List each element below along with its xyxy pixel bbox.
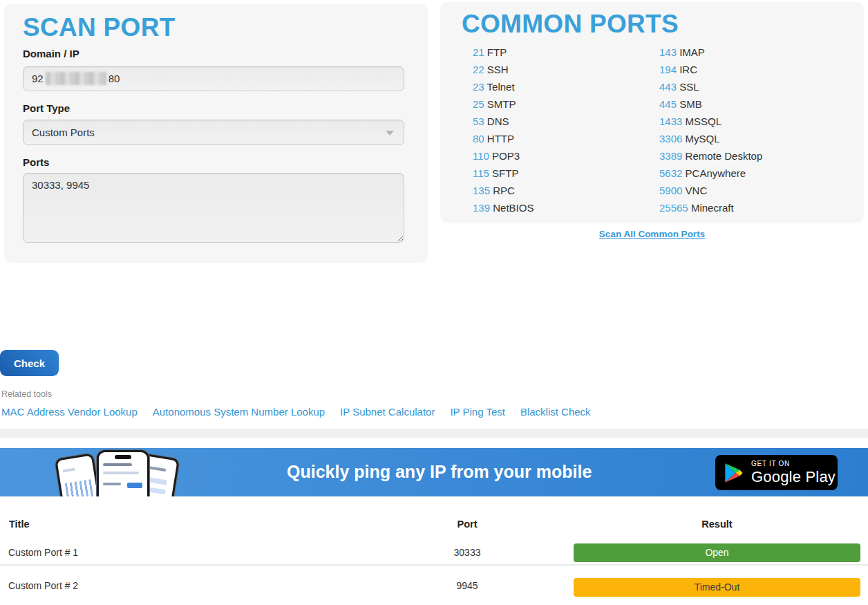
- phone-ui-button: [127, 483, 142, 488]
- port-number-link[interactable]: 115: [473, 167, 489, 179]
- related-link-ip-ping-test[interactable]: IP Ping Test: [450, 406, 505, 418]
- port-name: VNC: [686, 185, 708, 196]
- google-play-small-text: GET IT ON: [751, 460, 836, 468]
- common-port-item: 25 SMTP: [473, 95, 534, 113]
- port-name: MSSQL: [686, 115, 722, 127]
- port-type-select[interactable]: Custom Ports: [23, 120, 404, 145]
- port-number-link[interactable]: 5632: [659, 167, 682, 179]
- port-name: NetBIOS: [493, 202, 534, 214]
- google-play-large-text: Google Play: [751, 468, 836, 485]
- port-number-link[interactable]: 53: [473, 115, 484, 127]
- port-number-link[interactable]: 3306: [659, 133, 682, 145]
- phone-center: [97, 450, 149, 496]
- port-number-link[interactable]: 194: [659, 64, 677, 75]
- redacted-ip-blur: [46, 72, 106, 85]
- related-tools-nav: MAC Address Vendor Lookup Autonomous Sys…: [1, 406, 591, 418]
- related-tools-label: Related tools: [1, 389, 52, 399]
- mobile-app-banner: Quickly ping any IP from your mobile GET…: [0, 448, 868, 496]
- common-port-item: 139 NetBIOS: [473, 199, 534, 216]
- check-button[interactable]: Check: [0, 350, 59, 376]
- port-name: SMTP: [487, 98, 516, 110]
- google-play-icon: [724, 462, 744, 484]
- domain-ip-input[interactable]: 9280: [23, 66, 404, 91]
- chevron-down-icon: [386, 131, 394, 136]
- common-port-item: 3389 Remote Desktop: [659, 147, 762, 165]
- port-name: PCAnywhere: [686, 167, 746, 179]
- common-port-item: 445 SMB: [659, 95, 762, 113]
- port-number-link[interactable]: 5900: [659, 185, 682, 196]
- phone-ui-line: [103, 472, 139, 474]
- common-ports-title: COMMON PORTS: [462, 9, 679, 39]
- phone-ui-line: [103, 483, 121, 485]
- column-header-port: Port: [398, 519, 536, 530]
- common-port-item: 135 RPC: [473, 182, 534, 199]
- port-number-link[interactable]: 23: [473, 81, 484, 93]
- google-play-badge[interactable]: GET IT ON Google Play: [715, 455, 838, 490]
- port-number-link[interactable]: 110: [473, 150, 489, 162]
- result-row-title: Custom Port # 2: [8, 580, 78, 591]
- port-number-link[interactable]: 25: [473, 98, 484, 110]
- common-port-item: 110 POP3: [473, 147, 534, 165]
- common-ports-column-1: 21 FTP 22 SSH 23 Telnet 25 SMTP 53 DNS 8…: [473, 44, 534, 216]
- ports-label: Ports: [23, 156, 49, 168]
- result-row-title: Custom Port # 1: [8, 547, 78, 558]
- related-link-mac-address-vendor-lookup[interactable]: MAC Address Vendor Lookup: [1, 406, 138, 418]
- port-name: Telnet: [487, 81, 515, 93]
- scan-all-common-ports-link[interactable]: Scan All Common Ports: [440, 229, 864, 239]
- port-number-link[interactable]: 22: [473, 64, 484, 75]
- port-name: Remote Desktop: [686, 150, 763, 162]
- common-port-item: 80 HTTP: [473, 130, 534, 147]
- port-name: HTTP: [487, 133, 514, 145]
- phone-chart-bars: [65, 479, 95, 496]
- port-name: FTP: [487, 46, 507, 58]
- port-name: POP3: [492, 150, 520, 162]
- phone-ui-line: [63, 468, 75, 473]
- common-port-item: 5632 PCAnywhere: [659, 165, 762, 182]
- port-name: DNS: [487, 115, 509, 127]
- column-header-title: Title: [9, 519, 30, 530]
- row-divider: [0, 564, 868, 566]
- port-name: SFTP: [492, 167, 518, 179]
- port-number-link[interactable]: 25565: [659, 202, 688, 214]
- common-port-item: 23 Telnet: [473, 78, 534, 95]
- related-link-ip-subnet-calculator[interactable]: IP Subnet Calculator: [340, 406, 435, 418]
- banner-headline: Quickly ping any IP from your mobile: [287, 462, 592, 482]
- result-row-port: 30333: [398, 547, 536, 558]
- common-port-item: 143 IMAP: [659, 44, 762, 61]
- port-number-link[interactable]: 139: [473, 202, 490, 214]
- domain-ip-value-prefix: 92: [32, 73, 44, 84]
- google-play-badge-text: GET IT ON Google Play: [751, 460, 836, 485]
- port-number-link[interactable]: 21: [473, 46, 484, 58]
- port-name: SSL: [679, 81, 699, 93]
- common-port-item: 443 SSL: [659, 78, 762, 95]
- common-port-item: 1433 MSSQL: [659, 113, 762, 130]
- common-port-item: 53 DNS: [473, 113, 534, 130]
- scan-port-title: SCAN PORT: [23, 12, 176, 43]
- common-port-item: 25565 Minecraft: [659, 199, 762, 216]
- port-number-link[interactable]: 3389: [659, 150, 682, 162]
- port-number-link[interactable]: 80: [473, 133, 484, 145]
- related-link-blacklist-check[interactable]: Blacklist Check: [520, 406, 591, 418]
- domain-ip-label: Domain / IP: [23, 48, 79, 59]
- port-number-link[interactable]: 143: [659, 46, 677, 58]
- port-name: IMAP: [679, 46, 705, 58]
- port-number-link[interactable]: 135: [473, 185, 490, 196]
- port-number-link[interactable]: 445: [659, 98, 677, 110]
- status-badge-open: Open: [574, 543, 860, 562]
- phones-illustration: [59, 449, 176, 496]
- common-ports-column-2: 143 IMAP 194 IRC 443 SSL 445 SMB 1433 MS…: [659, 44, 762, 216]
- port-number-link[interactable]: 443: [659, 81, 677, 93]
- ports-textarea[interactable]: 30333, 9945: [23, 173, 404, 243]
- port-name: SSH: [487, 64, 509, 75]
- related-link-autonomous-system-number-lookup[interactable]: Autonomous System Number Lookup: [153, 406, 325, 418]
- port-number-link[interactable]: 1433: [659, 115, 682, 127]
- common-port-item: 3306 MySQL: [659, 130, 762, 147]
- domain-ip-value-suffix: 80: [108, 73, 120, 84]
- port-scanner-page: SCAN PORT Domain / IP 9280 Port Type Cus…: [0, 0, 868, 605]
- status-badge-timed-out: Timed-Out: [574, 578, 860, 597]
- port-name: Minecraft: [691, 202, 734, 214]
- phone-notch: [115, 455, 131, 459]
- common-port-item: 5900 VNC: [659, 182, 762, 199]
- common-port-item: 194 IRC: [659, 61, 762, 78]
- port-name: IRC: [679, 64, 697, 75]
